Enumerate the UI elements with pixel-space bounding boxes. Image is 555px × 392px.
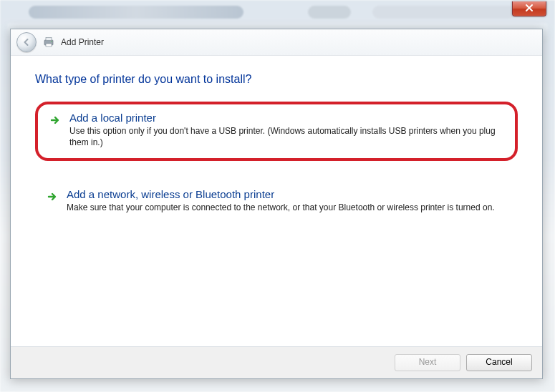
option-network-printer[interactable]: Add a network, wireless or Bluetooth pri… — [35, 181, 518, 223]
wizard-panel: Add Printer What type of printer do you … — [10, 29, 543, 379]
close-button[interactable] — [512, 1, 546, 16]
svg-point-3 — [51, 41, 52, 42]
option-description: Use this option only if you don't have a… — [69, 125, 501, 148]
option-heading: Add a network, wireless or Bluetooth pri… — [67, 188, 503, 200]
wizard-footer: Next Cancel — [11, 346, 542, 378]
svg-rect-2 — [46, 44, 52, 46]
option-description: Make sure that your computer is connecte… — [67, 202, 503, 213]
cancel-button[interactable]: Cancel — [466, 354, 532, 371]
wizard-content: What type of printer do you want to inst… — [11, 56, 542, 224]
wizard-question: What type of printer do you want to inst… — [35, 73, 518, 86]
back-button[interactable] — [16, 32, 37, 52]
option-heading: Add a local printer — [69, 112, 501, 124]
wizard-header: Add Printer — [11, 29, 542, 56]
printer-icon — [42, 36, 55, 49]
next-button: Next — [395, 354, 460, 371]
arrow-right-icon — [49, 114, 61, 126]
svg-rect-1 — [46, 38, 52, 41]
back-arrow-icon — [21, 37, 32, 47]
wizard-title: Add Printer — [61, 37, 104, 47]
arrow-right-icon — [47, 191, 58, 202]
option-local-printer[interactable]: Add a local printer Use this option only… — [35, 102, 518, 161]
close-icon — [525, 4, 534, 12]
